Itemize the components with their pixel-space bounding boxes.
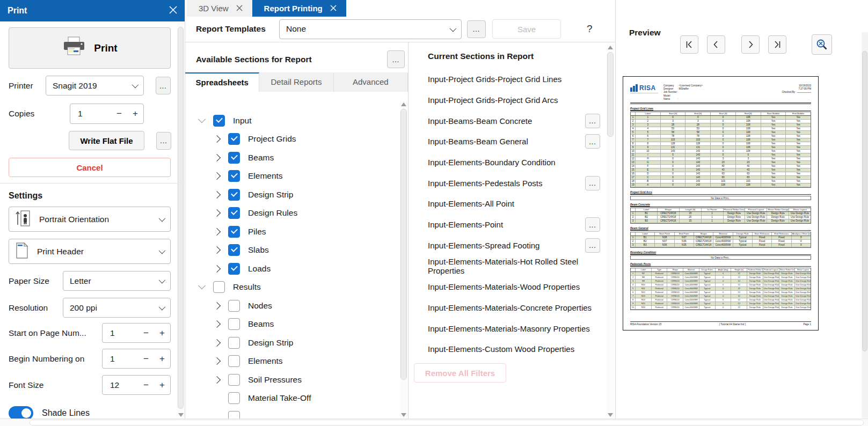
remove-all-filters-button[interactable]: Remove All Filters bbox=[414, 363, 506, 383]
start-page-increment-button[interactable]: + bbox=[154, 328, 170, 339]
cancel-button[interactable]: Cancel bbox=[9, 158, 171, 177]
report-section-item[interactable]: Input-Project Grids-Project Grid Arcs … bbox=[409, 90, 615, 111]
begin-numbering-decrement-button[interactable]: − bbox=[138, 354, 154, 364]
tree-item[interactable]: Design Strip bbox=[185, 186, 408, 204]
tree-item[interactable]: Design Strip bbox=[185, 334, 408, 352]
printer-options-button[interactable]: … bbox=[156, 77, 171, 94]
expander-icon[interactable] bbox=[213, 357, 221, 365]
tab-close-icon[interactable] bbox=[330, 4, 337, 13]
start-page-value[interactable]: 1 bbox=[103, 328, 138, 338]
scrollbar-thumb[interactable] bbox=[30, 420, 864, 425]
section-category-tab[interactable]: Detail Reports bbox=[259, 72, 333, 92]
expander-icon[interactable] bbox=[213, 265, 221, 273]
font-size-increment-button[interactable]: + bbox=[154, 380, 170, 391]
preview-page[interactable]: RISA Company: <Licensed Company> Designe… bbox=[623, 76, 819, 330]
tree-item[interactable]: Project Grids bbox=[185, 130, 408, 149]
report-section-item[interactable]: Input-Elements-Pedestals Posts … bbox=[409, 173, 615, 194]
font-size-decrement-button[interactable]: − bbox=[138, 380, 154, 391]
report-section-item[interactable]: Input-Elements-Spread Footing … bbox=[409, 235, 615, 256]
expander-icon[interactable] bbox=[213, 339, 221, 347]
report-section-item[interactable]: Input-Elements-Boundary Condition … bbox=[409, 152, 615, 173]
report-section-item[interactable]: Input-Elements-Point … bbox=[409, 214, 615, 235]
report-section-item[interactable]: Input-Elements-Materials-Concrete Proper… bbox=[409, 297, 615, 318]
sections-list-scrollbar[interactable] bbox=[607, 43, 614, 418]
report-section-item[interactable]: Input-Project Grids-Project Grid Lines … bbox=[409, 69, 615, 90]
report-section-item[interactable]: Input-Beams-Beam Concrete … bbox=[409, 111, 615, 131]
help-button[interactable]: ? bbox=[587, 23, 593, 35]
template-options-button[interactable]: … bbox=[467, 20, 486, 38]
checkbox[interactable] bbox=[228, 244, 240, 256]
section-filter-button[interactable]: … bbox=[585, 217, 600, 232]
checkbox[interactable] bbox=[228, 374, 240, 386]
checkbox[interactable] bbox=[213, 115, 225, 127]
checkbox[interactable] bbox=[228, 300, 240, 312]
view-tab[interactable]: Report Printing bbox=[252, 0, 346, 17]
expander-icon[interactable] bbox=[213, 209, 221, 217]
tree-item[interactable]: Beams bbox=[185, 149, 408, 167]
tree-item[interactable]: Design Rules bbox=[185, 204, 408, 223]
tree-item[interactable]: Results bbox=[185, 278, 408, 297]
first-page-button[interactable] bbox=[680, 35, 698, 54]
scroll-down-icon[interactable] bbox=[401, 413, 406, 417]
paper-size-select[interactable]: Letter bbox=[63, 271, 171, 291]
expander-icon[interactable] bbox=[213, 376, 221, 384]
next-page-button[interactable] bbox=[741, 35, 760, 54]
expander-icon[interactable] bbox=[213, 246, 221, 254]
checkbox[interactable] bbox=[228, 392, 240, 404]
tree-item[interactable]: Material Take-Off bbox=[185, 389, 408, 408]
tree-item[interactable]: Soil Pressures bbox=[185, 371, 408, 390]
expander-icon[interactable] bbox=[213, 320, 221, 328]
save-template-button[interactable]: Save bbox=[492, 19, 561, 39]
checkbox[interactable] bbox=[228, 189, 240, 201]
expander-icon[interactable] bbox=[198, 282, 206, 289]
close-icon[interactable] bbox=[169, 6, 177, 16]
report-section-item[interactable]: Input-Elements-Custom Wood Properties … bbox=[409, 339, 615, 359]
begin-numbering-increment-button[interactable]: + bbox=[154, 354, 170, 364]
checkbox[interactable] bbox=[228, 207, 240, 219]
previous-page-button[interactable] bbox=[707, 35, 725, 54]
report-section-item[interactable]: Input-Elements-Materials-Hot Rolled Stee… bbox=[409, 256, 615, 277]
expander-icon[interactable] bbox=[213, 154, 221, 161]
tree-item[interactable]: Input bbox=[185, 112, 408, 130]
printer-select[interactable]: Snagit 2019 bbox=[46, 76, 144, 96]
scroll-down-icon[interactable] bbox=[178, 413, 184, 417]
view-tab[interactable]: 3D View bbox=[187, 0, 252, 17]
report-section-item[interactable]: Input-Elements-Materials-Wood Properties… bbox=[409, 276, 615, 297]
checkbox[interactable] bbox=[213, 281, 225, 293]
checkbox[interactable] bbox=[228, 170, 240, 182]
report-section-item[interactable]: Input-Elements-Materials-Masonry Propert… bbox=[409, 318, 615, 339]
section-category-tab[interactable]: Spreadsheets bbox=[185, 72, 259, 92]
checkbox[interactable] bbox=[228, 226, 240, 238]
zoom-button[interactable] bbox=[812, 34, 832, 55]
preview-scrollbar[interactable] bbox=[862, 32, 868, 418]
start-page-decrement-button[interactable]: − bbox=[138, 328, 154, 339]
flat-file-options-button[interactable]: … bbox=[156, 132, 171, 150]
scrollbar-thumb[interactable] bbox=[178, 27, 184, 409]
font-size-value[interactable]: 12 bbox=[103, 380, 138, 390]
checkbox[interactable] bbox=[228, 152, 240, 164]
tree-item[interactable]: Elements bbox=[185, 167, 408, 186]
checkbox[interactable] bbox=[228, 355, 240, 367]
section-filter-button[interactable]: … bbox=[585, 176, 600, 190]
print-panel-scrollbar[interactable] bbox=[177, 23, 184, 418]
scroll-down-icon[interactable] bbox=[608, 413, 613, 417]
print-button[interactable]: Print bbox=[9, 27, 171, 69]
section-filter-button[interactable]: … bbox=[585, 134, 600, 149]
tree-item[interactable]: Loads bbox=[185, 260, 408, 278]
orientation-select[interactable]: Portrait Orientation bbox=[9, 207, 171, 232]
tree-item[interactable]: Nodes bbox=[185, 297, 408, 315]
copies-increment-button[interactable]: + bbox=[127, 108, 143, 119]
expander-icon[interactable] bbox=[213, 191, 221, 199]
available-sections-options-button[interactable]: … bbox=[387, 50, 405, 68]
scrollbar-thumb[interactable] bbox=[400, 109, 407, 380]
write-flat-file-button[interactable]: Write Flat File bbox=[69, 131, 144, 150]
tree-scrollbar[interactable] bbox=[400, 101, 407, 418]
expander-icon[interactable] bbox=[213, 172, 221, 180]
begin-numbering-value[interactable]: 1 bbox=[103, 354, 138, 364]
expander-icon[interactable] bbox=[198, 115, 206, 123]
horizontal-scrollbar[interactable] bbox=[0, 418, 868, 426]
tree-item[interactable]: Slabs bbox=[185, 241, 408, 260]
report-section-item[interactable]: Input-Beams-Beam General … bbox=[409, 131, 615, 152]
expander-icon[interactable] bbox=[213, 135, 221, 143]
scroll-up-icon[interactable] bbox=[608, 46, 613, 49]
